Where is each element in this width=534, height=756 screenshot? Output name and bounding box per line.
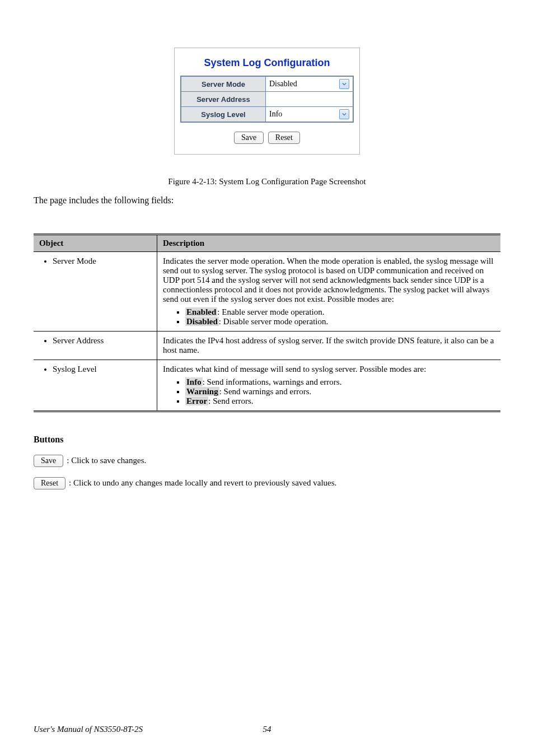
fields-table: Object Description Server ModeIndicates … <box>34 234 500 412</box>
syslog-config-panel: System Log Configuration Server Mode Dis… <box>174 48 360 155</box>
footer-manual: User's Manual of NS3550-8T-2S <box>34 725 143 734</box>
table-row-desc: Indicates the server mode operation. Whe… <box>163 256 495 304</box>
table-row-desc: Indicates the IPv4 host address of syslo… <box>163 336 495 355</box>
option-item: Error: Send errors. <box>185 396 495 406</box>
field-server-mode[interactable]: Disabled <box>266 76 354 92</box>
footer-page: 54 <box>263 725 271 734</box>
syslog-level-value: Info <box>269 110 339 119</box>
col-object: Object <box>34 235 157 252</box>
chevron-down-icon[interactable] <box>339 109 349 119</box>
button-desc: : Click to save changes. <box>67 456 146 465</box>
col-description: Description <box>157 235 501 252</box>
label-syslog-level: Syslog Level <box>181 107 266 123</box>
field-server-address[interactable] <box>266 92 354 107</box>
button-desc: : Click to undo any changes made locally… <box>69 478 336 487</box>
label-server-mode: Server Mode <box>181 76 266 92</box>
intro-text: The page includes the following fields: <box>34 195 500 206</box>
reset-button[interactable]: Reset <box>268 132 300 144</box>
save-button[interactable]: Save <box>234 132 264 144</box>
server-mode-value: Disabled <box>269 80 339 88</box>
chevron-down-icon[interactable] <box>339 79 349 89</box>
label-server-address: Server Address <box>181 92 266 107</box>
table-row-object: Syslog Level <box>53 365 151 374</box>
option-item: Disabled: Disable server mode operation. <box>185 317 495 326</box>
field-syslog-level[interactable]: Info <box>266 107 354 123</box>
panel-title: System Log Configuration <box>180 57 354 69</box>
config-table: Server Mode Disabled Server Address <box>180 76 354 123</box>
table-row-object: Server Mode <box>53 256 151 266</box>
reset-button[interactable]: Reset <box>34 477 65 489</box>
option-item: Enabled: Enable server mode operation. <box>185 307 495 317</box>
figure-caption: Figure 4-2-13: System Log Configuration … <box>34 177 500 186</box>
option-item: Info: Send informations, warnings and er… <box>185 377 495 387</box>
table-row-object: Server Address <box>53 336 151 346</box>
save-button[interactable]: Save <box>34 455 63 467</box>
table-row-desc: Indicates what kind of message will send… <box>163 365 495 374</box>
buttons-heading: Buttons <box>34 435 500 445</box>
option-item: Warning: Send warnings and errors. <box>185 387 495 396</box>
